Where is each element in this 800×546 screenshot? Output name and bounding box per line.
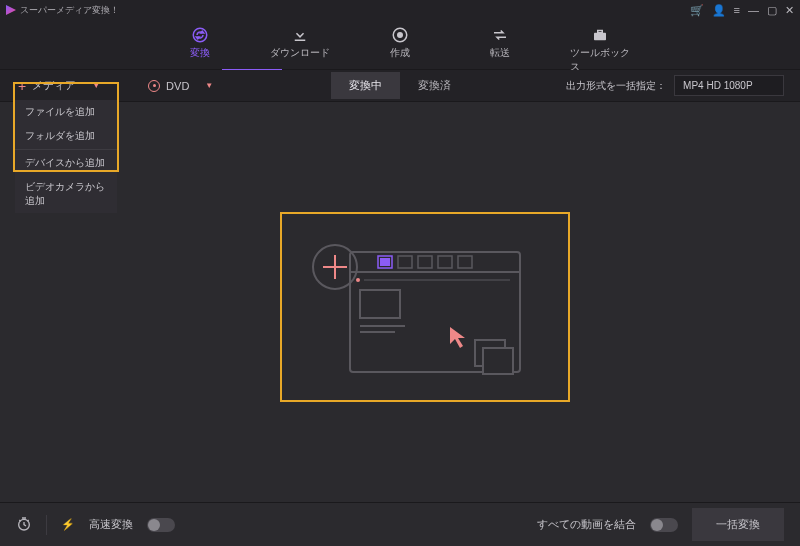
toolbox-icon bbox=[591, 26, 609, 44]
output-format-label: 出力形式を一括指定： bbox=[566, 79, 666, 93]
nav-convert[interactable]: 変換 bbox=[170, 26, 230, 60]
menu-add-file[interactable]: ファイルを追加 bbox=[15, 100, 117, 124]
svg-rect-21 bbox=[360, 290, 400, 318]
svg-rect-16 bbox=[418, 256, 432, 268]
svg-point-5 bbox=[398, 33, 403, 38]
svg-rect-6 bbox=[594, 33, 606, 41]
divider bbox=[46, 515, 47, 535]
chevron-down-icon: ▼ bbox=[205, 81, 213, 90]
menu-add-folder[interactable]: フォルダを追加 bbox=[15, 124, 117, 148]
sub-toolbar: + メディア ▼ DVD ▼ 変換中 変換済 出力形式を一括指定： MP4 HD… bbox=[0, 70, 800, 102]
svg-marker-2 bbox=[196, 37, 199, 39]
add-media-label: メディア bbox=[32, 78, 76, 93]
nav-download[interactable]: ダウンロード bbox=[270, 26, 330, 60]
add-media-button[interactable]: + メディア ▼ bbox=[18, 78, 100, 94]
user-icon[interactable]: 👤 bbox=[712, 4, 726, 17]
batch-convert-button[interactable]: 一括変換 bbox=[692, 508, 784, 541]
svg-marker-1 bbox=[201, 31, 204, 33]
nav-toolbox[interactable]: ツールボックス bbox=[570, 26, 630, 74]
dvd-label: DVD bbox=[166, 80, 189, 92]
output-format-area: 出力形式を一括指定： MP4 HD 1080P ▼ bbox=[566, 75, 782, 96]
fast-convert-toggle[interactable] bbox=[147, 518, 175, 532]
cart-icon[interactable]: 🛒 bbox=[690, 4, 704, 17]
fast-convert-label: 高速変換 bbox=[89, 517, 133, 532]
timer-icon[interactable] bbox=[16, 516, 32, 534]
tab-converting[interactable]: 変換中 bbox=[331, 72, 400, 99]
window-controls: 🛒 👤 ≡ — ▢ ✕ bbox=[690, 4, 794, 17]
plus-icon: + bbox=[18, 78, 26, 94]
download-icon bbox=[291, 26, 309, 44]
app-logo-icon bbox=[6, 5, 16, 15]
svg-point-19 bbox=[356, 278, 360, 282]
output-format-value: MP4 HD 1080P bbox=[683, 80, 752, 91]
main-drop-area[interactable] bbox=[0, 102, 800, 502]
svg-marker-24 bbox=[450, 327, 465, 348]
nav-transfer[interactable]: 転送 bbox=[470, 26, 530, 60]
convert-icon bbox=[191, 26, 209, 44]
svg-rect-18 bbox=[458, 256, 472, 268]
nav-create-label: 作成 bbox=[390, 46, 410, 60]
bolt-icon: ⚡ bbox=[61, 518, 75, 531]
svg-rect-3 bbox=[295, 40, 306, 42]
drop-illustration bbox=[300, 232, 550, 392]
close-icon[interactable]: ✕ bbox=[785, 4, 794, 17]
transfer-icon bbox=[491, 26, 509, 44]
nav-create[interactable]: 作成 bbox=[370, 26, 430, 60]
bottom-bar: ⚡ 高速変換 すべての動画を結合 一括変換 bbox=[0, 502, 800, 546]
media-dropdown: ファイルを追加 フォルダを追加 デバイスから追加 ビデオカメラから追加 bbox=[15, 100, 117, 213]
svg-rect-15 bbox=[398, 256, 412, 268]
app-title: スーパーメディア変換！ bbox=[20, 4, 119, 17]
merge-all-label: すべての動画を結合 bbox=[537, 517, 636, 532]
nav-convert-label: 変換 bbox=[190, 46, 210, 60]
menu-add-camera[interactable]: ビデオカメラから追加 bbox=[15, 175, 117, 213]
tab-converted[interactable]: 変換済 bbox=[400, 72, 469, 99]
maximize-icon[interactable]: ▢ bbox=[767, 4, 777, 17]
disc-icon bbox=[148, 80, 160, 92]
merge-all-toggle[interactable] bbox=[650, 518, 678, 532]
chevron-down-icon: ▼ bbox=[92, 81, 100, 90]
output-format-select[interactable]: MP4 HD 1080P bbox=[674, 75, 784, 96]
menu-icon[interactable]: ≡ bbox=[734, 4, 740, 16]
minimize-icon[interactable]: — bbox=[748, 4, 759, 16]
menu-add-device[interactable]: デバイスから追加 bbox=[15, 151, 117, 175]
create-icon bbox=[391, 26, 409, 44]
svg-rect-7 bbox=[598, 31, 603, 33]
nav-download-label: ダウンロード bbox=[270, 46, 330, 60]
title-bar: スーパーメディア変換！ 🛒 👤 ≡ — ▢ ✕ bbox=[0, 0, 800, 20]
top-nav: 変換 ダウンロード 作成 転送 ツールボックス bbox=[0, 20, 800, 70]
menu-separator bbox=[15, 149, 117, 150]
svg-rect-17 bbox=[438, 256, 452, 268]
nav-transfer-label: 転送 bbox=[490, 46, 510, 60]
status-tabs: 変換中 変換済 bbox=[331, 72, 469, 99]
svg-point-0 bbox=[193, 28, 207, 42]
add-dvd-button[interactable]: DVD ▼ bbox=[148, 80, 213, 92]
svg-rect-14 bbox=[380, 258, 390, 266]
svg-rect-26 bbox=[483, 348, 513, 374]
